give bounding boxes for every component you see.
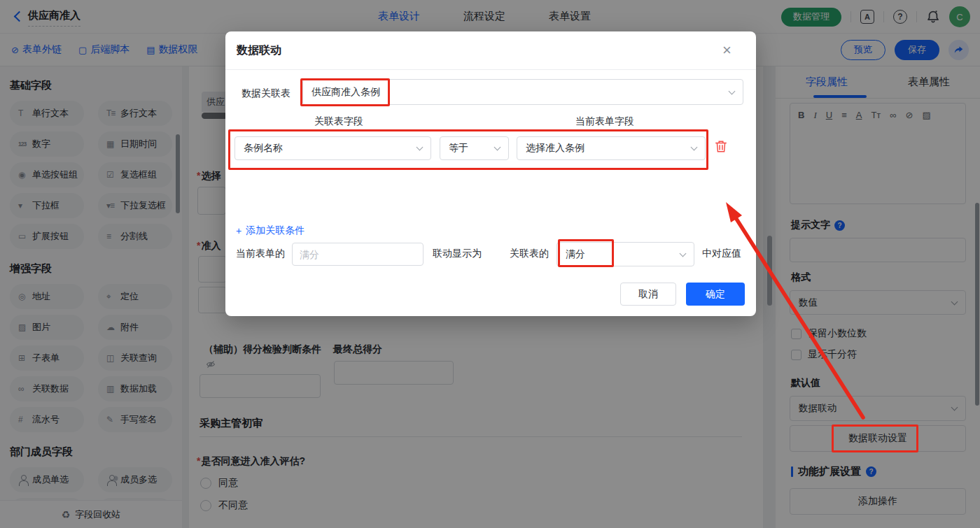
modal-title: 数据联动	[237, 43, 281, 58]
current-field-select[interactable]: 选择准入条例	[517, 136, 706, 160]
current-form-label: 当前表单的	[236, 248, 285, 260]
display-as-label: 联动显示为	[433, 248, 482, 260]
linked-table-label: 关联表的	[510, 248, 549, 260]
add-condition-link[interactable]: +添加关联条件	[236, 224, 304, 237]
chevron-down-icon	[494, 144, 501, 151]
chevron-down-icon	[729, 87, 736, 94]
data-linkage-modal: 数据联动 × 数据关联表 供应商准入条例 关联表字段 当前表单字段 条例名称 等…	[225, 31, 756, 316]
cancel-button[interactable]: 取消	[620, 283, 676, 306]
chevron-down-icon	[691, 144, 698, 151]
confirm-button[interactable]: 确定	[686, 283, 745, 306]
related-field-select[interactable]: 条例名称	[234, 136, 431, 160]
close-icon[interactable]: ×	[722, 41, 732, 59]
related-field-column-header: 关联表字段	[314, 115, 363, 128]
delete-condition-button[interactable]	[715, 140, 727, 153]
suffix-label: 中对应值	[702, 248, 741, 260]
link-table-label: 数据关联表	[241, 87, 290, 100]
current-form-field-input[interactable]	[292, 243, 424, 266]
operator-select[interactable]: 等于	[440, 136, 509, 160]
current-field-column-header: 当前表单字段	[575, 115, 634, 128]
chevron-down-icon	[680, 250, 687, 257]
linked-field-select[interactable]: 满分	[556, 242, 694, 266]
chevron-down-icon	[416, 144, 424, 151]
link-table-select[interactable]: 供应商准入条例	[302, 79, 743, 105]
